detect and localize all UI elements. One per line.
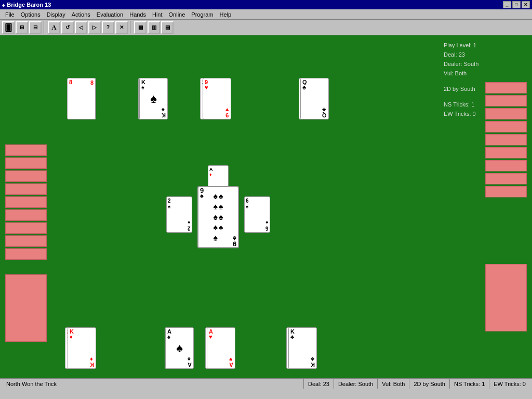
dealer-info: Dealer: South — [444, 59, 527, 69]
trick-slot-right-9 — [485, 186, 527, 197]
menu-help[interactable]: Help — [217, 10, 235, 19]
toolbar-sep1 — [44, 21, 46, 34]
status-contract: 2D by South — [409, 379, 450, 389]
app-icon: ♠ — [2, 2, 5, 8]
toolbar-stop[interactable]: ✕ — [115, 21, 128, 34]
trick-slot-right-large — [485, 264, 527, 331]
toolbar-disp1[interactable]: ▦ — [134, 21, 147, 34]
south-hand-hearts: A♥ A♥ Q♥ 3♥ 3♥ ♥ — [207, 327, 234, 369]
toolbar-new[interactable]: 🂠 — [2, 21, 15, 34]
card-south-Ah[interactable]: A♥ A♥ — [207, 327, 235, 369]
status-message: North Won the Trick — [2, 379, 304, 389]
trick-slot-right-4 — [485, 121, 527, 132]
card-north-Qc[interactable]: Q♣ Q♣ — [300, 78, 329, 119]
trick-slot-left-5 — [5, 196, 47, 208]
toolbar-sep2 — [130, 21, 132, 34]
toolbar-back[interactable]: ◁ — [75, 21, 87, 34]
center-card-9s[interactable]: 9♠ ♠♠♠♠♠♠♠♠♠ 9♠ — [197, 186, 239, 248]
trick-slot-left-2 — [5, 157, 47, 169]
play-level: Play Level: 1 — [444, 41, 527, 50]
status-dealer: Dealer: South — [334, 379, 378, 389]
menu-actions[interactable]: Actions — [69, 10, 94, 19]
south-hand-clubs: K♣ K♣ 10♣ 9♣ 7♣ 7 ♣ — [288, 327, 315, 369]
trick-slot-left-6 — [5, 209, 47, 221]
trick-slot-right-2 — [485, 95, 527, 107]
played-east: 6♠ 6♠ — [244, 196, 270, 233]
maximize-button[interactable]: □ — [512, 1, 521, 8]
played-card-east: 6♠ 6♠ — [244, 196, 270, 233]
toolbar: 🂠 ⊞ ⊟ A ↺ ◁ ▷ ? ✕ ▦ ▥ ▤ — [0, 20, 532, 35]
toolbar-disp3[interactable]: ▤ — [161, 21, 174, 34]
trick-slot-left-4 — [5, 183, 47, 195]
menu-online[interactable]: Online — [166, 10, 189, 19]
trick-slot-right-5 — [485, 134, 527, 145]
status-ew-tricks: EW Tricks: 0 — [489, 379, 530, 389]
trick-slot-right-1 — [485, 82, 527, 94]
south-hand-spades: A♠ ♠ A♠ A♠ — [165, 327, 193, 369]
card-south-Kd[interactable]: K♦ K♦ — [68, 327, 96, 369]
trick-slot-right-6 — [485, 147, 527, 158]
trick-slot-right-3 — [485, 108, 527, 119]
toolbar-auto[interactable]: A — [48, 21, 60, 34]
menu-evaluation[interactable]: Evaluation — [94, 10, 126, 19]
trick-slot-left-large — [5, 274, 47, 342]
menu-hands[interactable]: Hands — [126, 10, 149, 19]
close-button[interactable]: ✕ — [522, 1, 530, 8]
status-bar: North Won the Trick Deal: 23 Dealer: Sou… — [0, 378, 532, 389]
card-south-As[interactable]: A♠ ♠ A♠ — [165, 327, 194, 369]
card-south-Kc[interactable]: K♣ K♣ — [288, 327, 317, 369]
card-north-8[interactable]: 8 8 — [67, 78, 96, 119]
menu-hint[interactable]: Hint — [149, 10, 166, 19]
south-hand-diamonds: K♦ K♦ Q♦ 7♦ 3♦ 2♦ 2♦ ♦ — [68, 327, 94, 369]
toolbar-forward[interactable]: ▷ — [88, 21, 101, 34]
window-controls: _ □ ✕ — [503, 1, 530, 8]
deal-number: Deal: 23 — [444, 50, 527, 59]
menu-file[interactable]: File — [2, 10, 18, 19]
card-north-9h[interactable]: 9♥ 9♥ — [203, 78, 231, 119]
trick-slot-right-8 — [485, 173, 527, 184]
trick-slot-left-7 — [5, 222, 47, 234]
status-deal: Deal: 23 — [304, 379, 334, 389]
north-hand-hearts: 9♥ 9♥ 7♥ 5♥ 4♥ 2♥ ♥ 2 — [203, 78, 229, 119]
north-hand-spades: K♠ ♠ K♠ 7♠ 7♠ 7 — [139, 78, 167, 119]
trick-slot-right-7 — [485, 160, 527, 171]
toolbar-btn3[interactable]: ⊟ — [29, 21, 42, 34]
north-hand-diamonds: J♦ ♦♦♦♦♦♦♦♦ J♦ 8 8 — [68, 78, 96, 119]
menu-display[interactable]: Display — [44, 10, 69, 19]
right-trick-large — [485, 264, 527, 331]
center-play-area: A♦ 9♠ ♠♠♠♠♠♠♠♠♠ 9♠ 2♠ 2♠ 6♠ 6♠ — [161, 165, 275, 285]
trick-slot-left-8 — [5, 235, 47, 247]
left-trick-large — [5, 274, 47, 342]
menu-program[interactable]: Program — [188, 10, 216, 19]
menu-options[interactable]: Options — [18, 10, 44, 19]
status-ns-tricks: NS Tricks: 1 — [450, 379, 489, 389]
toolbar-hint[interactable]: ? — [102, 21, 114, 34]
played-center: 9♠ ♠♠♠♠♠♠♠♠♠ 9♠ — [197, 186, 239, 248]
status-vul: Vul: Both — [378, 379, 409, 389]
title-bar: ♠ Bridge Baron 13 _ □ ✕ — [0, 0, 532, 9]
left-trick-slots — [5, 144, 47, 260]
north-hand-clubs: Q♣ Q♣ J♣ 6♣ 6 — [300, 78, 327, 119]
played-west: 2♠ 2♠ — [166, 196, 192, 233]
trick-slot-left-3 — [5, 170, 47, 182]
vulnerability: Vul: Both — [444, 69, 527, 78]
toolbar-undo[interactable]: ↺ — [61, 21, 74, 34]
trick-slot-left-9 — [5, 248, 47, 260]
menu-bar: File Options Display Actions Evaluation … — [0, 9, 532, 20]
card-north-K7s[interactable]: K♠ ♠ K♠ — [139, 78, 168, 119]
minimize-button[interactable]: _ — [503, 1, 511, 8]
trick-slot-left-1 — [5, 144, 47, 156]
toolbar-disp2[interactable]: ▥ — [148, 21, 160, 34]
game-area: Play Level: 1 Deal: 23 Dealer: South Vul… — [0, 35, 532, 378]
toolbar-btn2[interactable]: ⊞ — [16, 21, 28, 34]
played-card-west: 2♠ 2♠ — [166, 196, 192, 233]
right-trick-slots — [485, 82, 527, 197]
app-title: Bridge Baron 13 — [7, 2, 51, 8]
